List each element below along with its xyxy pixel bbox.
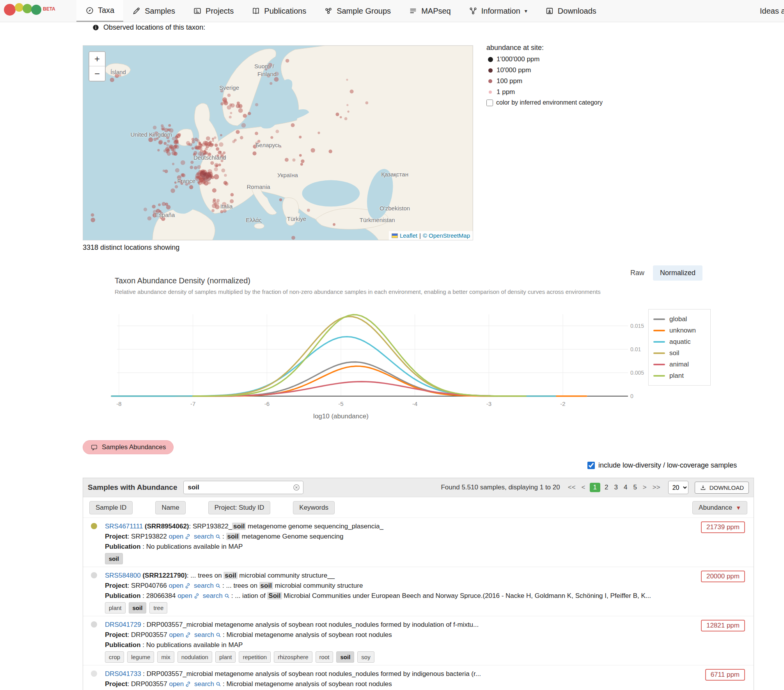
filter-sample-id-button[interactable]: Sample ID (89, 501, 133, 514)
sample-publication-line: Publication : No publications available … (105, 640, 681, 650)
sample-abundance-dot (91, 621, 97, 628)
observed-locations-label: Observed locations of this taxon: (103, 23, 205, 32)
page-3-button[interactable]: 3 (612, 483, 619, 492)
sample-id-link[interactable]: SRS4671111 (105, 523, 143, 530)
clear-search-icon[interactable] (293, 484, 300, 491)
abundance-legend-title: abundance at site: (486, 44, 603, 52)
keyword-tag[interactable]: tree (149, 602, 167, 614)
page-2-button[interactable]: 2 (603, 483, 610, 492)
text-segment: metagenome genome sequencing_plasencia_ (246, 523, 383, 530)
open-link[interactable]: open (169, 631, 184, 638)
sample-id-link[interactable]: DRS041729 (105, 621, 141, 628)
download-label: DOWNLOAD (710, 484, 744, 491)
open-link[interactable]: open (177, 592, 192, 599)
nav-item-publications[interactable]: Publications (243, 0, 315, 22)
sample-abundance-dot (91, 670, 97, 677)
abundance-sort-button[interactable]: Abundance ▼ (692, 501, 747, 514)
map-zoom-out-button[interactable]: − (89, 66, 105, 81)
raw-button[interactable]: Raw (623, 265, 651, 281)
search-link[interactable]: search (192, 582, 214, 589)
keyword-tag[interactable]: root (316, 651, 333, 663)
text-segment: : (222, 533, 226, 540)
search-link[interactable]: search (192, 680, 214, 688)
include-low-diversity-checkbox[interactable] (587, 462, 595, 469)
taxa-icon (85, 6, 94, 15)
link-icon[interactable] (184, 533, 191, 539)
svg-text:-7: -7 (190, 400, 195, 407)
leaflet-link[interactable]: Leaflet (400, 232, 417, 239)
density-curve-animal (215, 382, 491, 396)
series-label: unknown (669, 327, 696, 334)
samples-table-title: Samples with Abundance (88, 483, 177, 492)
observed-locations-map[interactable]: ÍslandSuomi /FinlandSverigeUnited Kingdo… (83, 45, 473, 240)
keyword-tag[interactable]: legume (127, 651, 154, 663)
nav-item-downloads[interactable]: Downloads (536, 0, 605, 22)
samples-abundances-button[interactable]: Samples Abundances (83, 440, 174, 454)
chart-legend-item[interactable]: animal (653, 359, 706, 370)
chart-legend-item[interactable]: soil (653, 347, 706, 359)
search-link[interactable]: search (201, 592, 223, 599)
color-by-environment-checkbox[interactable] (486, 100, 493, 106)
page-prev-button[interactable]: < (580, 483, 587, 492)
nav-item-samples[interactable]: Samples (123, 0, 184, 22)
keyword-tag[interactable]: soil (129, 602, 147, 614)
page-next-button[interactable]: > (641, 483, 648, 492)
keyword-tag[interactable]: soy (357, 651, 374, 663)
abundance-dot-icon (488, 57, 493, 62)
keyword-tag[interactable]: soil (336, 651, 354, 663)
keyword-tag[interactable]: rhizosphere (274, 651, 312, 663)
samples-search-input[interactable] (183, 481, 303, 494)
include-low-diversity-option[interactable]: include low-diversity / low-coverage sam… (587, 461, 737, 469)
chart-legend-item[interactable]: global (653, 313, 706, 325)
keyword-tag[interactable]: repetition (239, 651, 271, 663)
keyword-tag[interactable]: plant (105, 602, 126, 614)
keyword-tag[interactable]: crop (105, 651, 124, 663)
page-1-button[interactable]: 1 (590, 483, 600, 492)
search-icon[interactable] (215, 533, 221, 539)
app-logo[interactable]: BETA (0, 0, 62, 22)
nav-item-mapseq[interactable]: MAPseq (400, 0, 460, 22)
filter-keywords-button[interactable]: Keywords (293, 501, 335, 514)
link-icon[interactable] (185, 680, 191, 686)
keyword-tag[interactable]: soil (105, 553, 123, 564)
search-link[interactable]: search (192, 533, 214, 540)
filter-project-study-id-button[interactable]: Project: Study ID (208, 501, 271, 514)
search-icon[interactable] (224, 592, 230, 598)
open-link[interactable]: open (169, 533, 184, 540)
search-icon[interactable] (215, 680, 222, 686)
download-button[interactable]: DOWNLOAD (695, 482, 749, 494)
page-4-button[interactable]: 4 (622, 483, 629, 492)
link-icon[interactable] (184, 582, 191, 588)
open-link[interactable]: open (169, 680, 184, 688)
link-icon[interactable] (185, 631, 191, 637)
map-zoom-in-button[interactable]: + (89, 52, 105, 66)
color-by-environment-option[interactable]: color by inferred environment category (486, 99, 603, 106)
chart-legend-item[interactable]: unknown (653, 325, 706, 336)
openstreetmap-link[interactable]: © OpenStreetMap (423, 232, 470, 239)
keyword-tag[interactable]: plant (215, 651, 236, 663)
nav-item-label: Samples (145, 7, 175, 16)
sample-id-link[interactable]: SRS584800 (105, 572, 141, 579)
chart-legend-item[interactable]: plant (653, 370, 706, 381)
page-size-select[interactable]: 20 (668, 481, 688, 494)
chart-legend-item[interactable]: aquatic (653, 336, 706, 347)
page-5-button[interactable]: 5 (631, 483, 638, 492)
search-link[interactable]: search (192, 631, 214, 638)
nav-item-sample-groups[interactable]: Sample Groups (315, 0, 400, 22)
keyword-tag[interactable]: mix (157, 651, 174, 663)
nav-item-projects[interactable]: Projects (184, 0, 243, 22)
nav-item-taxa[interactable]: Taxa (76, 0, 123, 22)
search-icon[interactable] (215, 582, 221, 588)
sample-id-link[interactable]: DRS041733 (105, 670, 141, 678)
filter-name-button[interactable]: Name (155, 501, 185, 514)
nav-right-link[interactable]: Ideas an (760, 7, 784, 16)
nav-item-information[interactable]: Information▾ (460, 0, 536, 22)
search-icon[interactable] (215, 631, 222, 637)
abundance-value: 20000 ppm (701, 571, 745, 582)
keyword-tag[interactable]: nodulation (177, 651, 212, 663)
normalized-button[interactable]: Normalized (653, 265, 702, 281)
link-icon[interactable] (193, 592, 200, 598)
open-link[interactable]: open (169, 582, 184, 589)
page-last-button[interactable]: >> (651, 483, 662, 492)
page-first-button[interactable]: << (566, 483, 577, 492)
